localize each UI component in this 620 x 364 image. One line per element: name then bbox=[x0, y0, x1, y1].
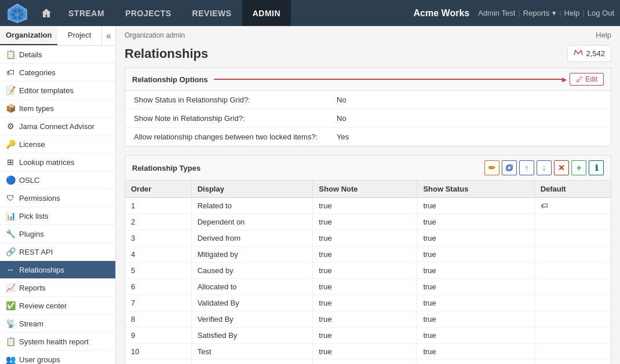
sidebar-item-permissions[interactable]: 🛡 Permissions bbox=[0, 189, 115, 207]
cell-default-5 bbox=[534, 279, 611, 295]
sidebar-item-oslc[interactable]: 🔵 OSLC bbox=[0, 171, 115, 189]
cell-show-status-9: true bbox=[417, 344, 534, 360]
table-row[interactable]: 2 Dependent on true true bbox=[125, 214, 611, 230]
tool-add[interactable]: + bbox=[571, 160, 586, 175]
table-row[interactable]: 10 Test true true bbox=[125, 344, 611, 360]
options-value-0: No bbox=[337, 95, 347, 104]
relationship-types-table: Order Display Show Note Show Status Defa… bbox=[125, 181, 611, 364]
table-row[interactable]: 5 Caused by true true bbox=[125, 263, 611, 279]
nav-projects[interactable]: PROJECTS bbox=[115, 0, 181, 26]
cell-display-2: Derived from bbox=[191, 230, 313, 247]
logout-link[interactable]: Log Out bbox=[588, 9, 614, 17]
sidebar-item-categories-label: Categories bbox=[19, 68, 56, 77]
table-row[interactable]: 8 Verified By true true bbox=[125, 311, 611, 328]
help-link-top[interactable]: Help bbox=[564, 9, 580, 17]
nav-admin[interactable]: ADMIN bbox=[242, 0, 291, 26]
tool-delete[interactable]: ✕ bbox=[554, 160, 569, 175]
reports-link[interactable]: Reports bbox=[523, 9, 550, 17]
cell-default-9 bbox=[534, 344, 611, 360]
cell-display-3: Mitigated by bbox=[191, 247, 313, 263]
tool-move-down[interactable]: ↓ bbox=[537, 160, 552, 175]
sidebar-item-plugins[interactable]: 🔧 Plugins bbox=[0, 225, 115, 243]
cell-show-status-10: true bbox=[417, 360, 534, 365]
help-link-content[interactable]: Help bbox=[596, 31, 611, 39]
cell-default-8 bbox=[534, 328, 611, 344]
tool-copy[interactable] bbox=[502, 160, 517, 175]
cell-default-7 bbox=[534, 311, 611, 328]
home-icon[interactable] bbox=[35, 0, 58, 26]
sidebar-item-lookup-matrices[interactable]: ⊞ Lookup matrices bbox=[0, 153, 115, 171]
sidebar-item-details[interactable]: 📋 Details bbox=[0, 46, 115, 64]
sidebar-item-editor-templates[interactable]: 📝 Editor templates bbox=[0, 82, 115, 100]
sidebar-item-relationships[interactable]: ↔ Relationships bbox=[0, 261, 115, 279]
cell-show-note-6: true bbox=[313, 295, 417, 311]
sidebar-item-item-types[interactable]: 📦 Item types bbox=[0, 100, 115, 117]
options-row-0: Show Status in Relationship Grid?: No bbox=[125, 91, 611, 109]
tab-organization[interactable]: Organization bbox=[0, 26, 57, 45]
sidebar-item-details-label: Details bbox=[19, 50, 42, 59]
nav-reviews[interactable]: REVIEWS bbox=[182, 0, 242, 26]
cell-order-3: 4 bbox=[125, 247, 191, 263]
sidebar-item-license-label: License bbox=[19, 140, 45, 149]
tool-info[interactable]: ℹ bbox=[589, 160, 604, 175]
content-area: Organization admin Help Relationships 2,… bbox=[116, 26, 620, 364]
sidebar-item-categories[interactable]: 🏷 Categories bbox=[0, 64, 115, 82]
cell-show-status-1: true bbox=[417, 214, 534, 230]
table-row[interactable]: 1 Related to true true 🏷 bbox=[125, 198, 611, 214]
edit-button[interactable]: 🖊 Edit bbox=[570, 73, 604, 86]
nav-stream[interactable]: STREAM bbox=[58, 0, 115, 26]
cell-default-10 bbox=[534, 360, 611, 365]
options-value-2: Yes bbox=[337, 133, 349, 141]
breadcrumb: Organization admin bbox=[125, 31, 185, 39]
sep2: | bbox=[559, 9, 561, 17]
sidebar-item-pick-lists[interactable]: 📊 Pick lists bbox=[0, 207, 115, 225]
badge-value: 2,542 bbox=[586, 49, 605, 58]
cell-show-note-3: true bbox=[313, 247, 417, 263]
table-row[interactable]: 4 Mitigated by true true bbox=[125, 247, 611, 263]
sidebar-collapse-button[interactable]: « bbox=[101, 26, 115, 45]
page-title: Relationships bbox=[125, 46, 208, 61]
item-types-icon: 📦 bbox=[6, 104, 15, 113]
lookup-matrices-icon: ⊞ bbox=[6, 157, 15, 167]
sidebar: Organization Project « 📋 Details 🏷 Categ… bbox=[0, 26, 116, 364]
sidebar-item-jama-advisor[interactable]: ⚙ Jama Connect Advisor bbox=[0, 117, 115, 135]
table-row[interactable]: 3 Derived from true true bbox=[125, 230, 611, 247]
sidebar-item-rest-api[interactable]: 🔗 REST API bbox=[0, 243, 115, 261]
table-row[interactable]: 7 Validated By true true bbox=[125, 295, 611, 311]
tool-edit[interactable]: ✏ bbox=[484, 160, 499, 175]
col-show-status: Show Status bbox=[417, 181, 534, 198]
sidebar-item-stream[interactable]: 📡 Stream bbox=[0, 315, 115, 333]
edit-label: Edit bbox=[585, 75, 597, 83]
system-health-icon: 📋 bbox=[6, 337, 15, 346]
tab-project[interactable]: Project bbox=[57, 26, 101, 45]
col-default: Default bbox=[534, 181, 611, 198]
cell-default-6 bbox=[534, 295, 611, 311]
logo-icon[interactable] bbox=[6, 2, 29, 24]
sidebar-item-user-groups[interactable]: 👥 User groups bbox=[0, 351, 115, 364]
main-layout: Organization Project « 📋 Details 🏷 Categ… bbox=[0, 26, 620, 364]
user-link[interactable]: Admin Test bbox=[478, 9, 515, 17]
sidebar-item-relationships-label: Relationships bbox=[19, 266, 64, 274]
table-row[interactable]: 9 Satisfied By true true bbox=[125, 328, 611, 344]
sidebar-item-review-center[interactable]: ✅ Review center bbox=[0, 297, 115, 315]
cell-show-status-8: true bbox=[417, 328, 534, 344]
table-row[interactable]: 6 Allocated to true true bbox=[125, 279, 611, 295]
license-icon: 🔑 bbox=[6, 139, 15, 149]
sidebar-item-rest-api-label: REST API bbox=[19, 248, 53, 256]
cell-show-status-0: true bbox=[417, 198, 534, 214]
jama-advisor-icon: ⚙ bbox=[6, 122, 15, 131]
relationship-types-header: Relationship Types ✏ ↑ ↓ ✕ + ℹ bbox=[125, 156, 611, 181]
sidebar-item-system-health[interactable]: 📋 System health report bbox=[0, 333, 115, 351]
stream-icon: 📡 bbox=[6, 319, 15, 328]
sidebar-item-reports[interactable]: 📈 Reports bbox=[0, 279, 115, 297]
col-show-note: Show Note bbox=[313, 181, 417, 198]
sidebar-item-jama-advisor-label: Jama Connect Advisor bbox=[19, 122, 94, 131]
cell-display-10: Test 2 bbox=[191, 360, 313, 365]
cell-default-3 bbox=[534, 247, 611, 263]
cell-display-1: Dependent on bbox=[191, 214, 313, 230]
sidebar-item-permissions-label: Permissions bbox=[19, 194, 60, 203]
cell-order-10: 11 bbox=[125, 360, 191, 365]
tool-move-up[interactable]: ↑ bbox=[519, 160, 534, 175]
sidebar-item-license[interactable]: 🔑 License bbox=[0, 135, 115, 153]
table-row[interactable]: 11 Test 2 true true bbox=[125, 360, 611, 365]
